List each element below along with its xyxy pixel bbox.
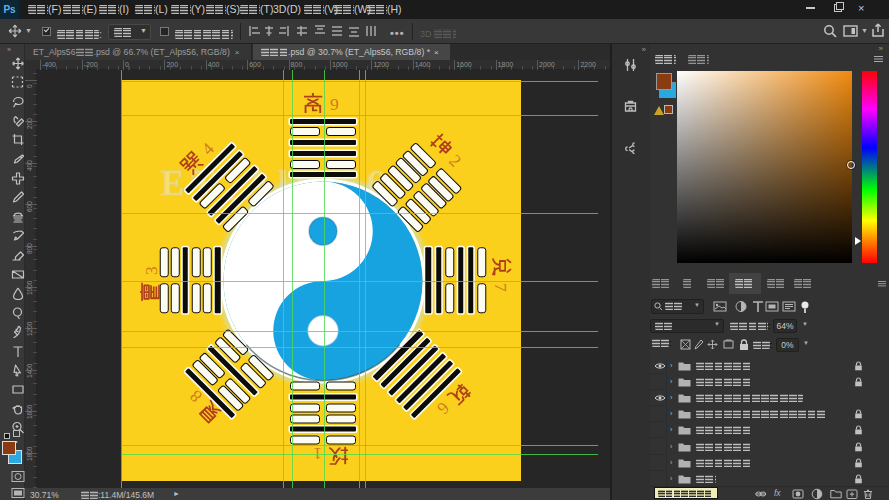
svg-text:6: 6 [433,398,454,419]
svg-text:7: 7 [492,283,511,292]
svg-text:3: 3 [141,266,160,275]
svg-text:9: 9 [330,94,339,113]
